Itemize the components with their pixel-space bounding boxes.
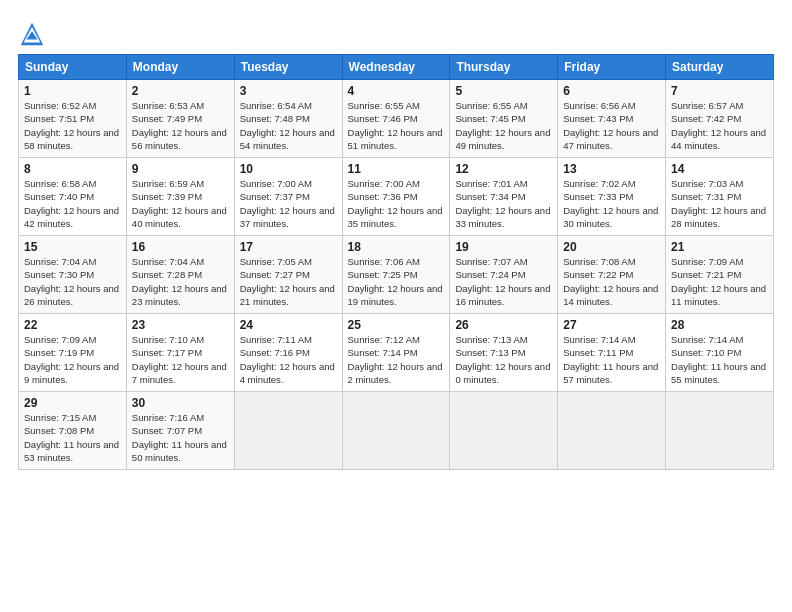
calendar-cell: 15 Sunrise: 7:04 AMSunset: 7:30 PMDaylig…: [19, 236, 127, 314]
calendar-cell: [342, 392, 450, 470]
calendar-cell: 17 Sunrise: 7:05 AMSunset: 7:27 PMDaylig…: [234, 236, 342, 314]
col-tuesday: Tuesday: [234, 55, 342, 80]
page-container: Sunday Monday Tuesday Wednesday Thursday…: [0, 0, 792, 480]
logo-icon: [18, 20, 46, 48]
calendar-cell: 1 Sunrise: 6:52 AMSunset: 7:51 PMDayligh…: [19, 80, 127, 158]
calendar-cell: 9 Sunrise: 6:59 AMSunset: 7:39 PMDayligh…: [126, 158, 234, 236]
day-detail: Sunrise: 7:14 AMSunset: 7:10 PMDaylight:…: [671, 334, 766, 385]
day-detail: Sunrise: 7:13 AMSunset: 7:13 PMDaylight:…: [455, 334, 550, 385]
calendar-cell: 18 Sunrise: 7:06 AMSunset: 7:25 PMDaylig…: [342, 236, 450, 314]
day-number: 7: [671, 84, 768, 98]
day-number: 24: [240, 318, 337, 332]
calendar-cell: 6 Sunrise: 6:56 AMSunset: 7:43 PMDayligh…: [558, 80, 666, 158]
day-number: 19: [455, 240, 552, 254]
day-detail: Sunrise: 7:01 AMSunset: 7:34 PMDaylight:…: [455, 178, 550, 229]
calendar-cell: 10 Sunrise: 7:00 AMSunset: 7:37 PMDaylig…: [234, 158, 342, 236]
day-number: 18: [348, 240, 445, 254]
calendar-cell: 26 Sunrise: 7:13 AMSunset: 7:13 PMDaylig…: [450, 314, 558, 392]
day-detail: Sunrise: 6:59 AMSunset: 7:39 PMDaylight:…: [132, 178, 227, 229]
calendar-cell: 29 Sunrise: 7:15 AMSunset: 7:08 PMDaylig…: [19, 392, 127, 470]
day-number: 26: [455, 318, 552, 332]
calendar-cell: 19 Sunrise: 7:07 AMSunset: 7:24 PMDaylig…: [450, 236, 558, 314]
calendar-body: 1 Sunrise: 6:52 AMSunset: 7:51 PMDayligh…: [19, 80, 774, 470]
day-detail: Sunrise: 7:04 AMSunset: 7:30 PMDaylight:…: [24, 256, 119, 307]
day-number: 14: [671, 162, 768, 176]
day-detail: Sunrise: 7:03 AMSunset: 7:31 PMDaylight:…: [671, 178, 766, 229]
calendar-week-4: 22 Sunrise: 7:09 AMSunset: 7:19 PMDaylig…: [19, 314, 774, 392]
day-detail: Sunrise: 7:10 AMSunset: 7:17 PMDaylight:…: [132, 334, 227, 385]
day-detail: Sunrise: 7:14 AMSunset: 7:11 PMDaylight:…: [563, 334, 658, 385]
day-number: 12: [455, 162, 552, 176]
header: [18, 16, 774, 48]
header-row: Sunday Monday Tuesday Wednesday Thursday…: [19, 55, 774, 80]
day-detail: Sunrise: 7:07 AMSunset: 7:24 PMDaylight:…: [455, 256, 550, 307]
calendar-cell: 3 Sunrise: 6:54 AMSunset: 7:48 PMDayligh…: [234, 80, 342, 158]
day-number: 10: [240, 162, 337, 176]
calendar-cell: 30 Sunrise: 7:16 AMSunset: 7:07 PMDaylig…: [126, 392, 234, 470]
day-number: 16: [132, 240, 229, 254]
calendar-cell: 4 Sunrise: 6:55 AMSunset: 7:46 PMDayligh…: [342, 80, 450, 158]
calendar-cell: [450, 392, 558, 470]
calendar-cell: 25 Sunrise: 7:12 AMSunset: 7:14 PMDaylig…: [342, 314, 450, 392]
day-number: 29: [24, 396, 121, 410]
calendar-cell: 5 Sunrise: 6:55 AMSunset: 7:45 PMDayligh…: [450, 80, 558, 158]
calendar-cell: 21 Sunrise: 7:09 AMSunset: 7:21 PMDaylig…: [666, 236, 774, 314]
day-number: 3: [240, 84, 337, 98]
calendar-cell: 22 Sunrise: 7:09 AMSunset: 7:19 PMDaylig…: [19, 314, 127, 392]
day-number: 28: [671, 318, 768, 332]
day-detail: Sunrise: 7:05 AMSunset: 7:27 PMDaylight:…: [240, 256, 335, 307]
day-number: 27: [563, 318, 660, 332]
day-detail: Sunrise: 7:00 AMSunset: 7:37 PMDaylight:…: [240, 178, 335, 229]
day-detail: Sunrise: 6:57 AMSunset: 7:42 PMDaylight:…: [671, 100, 766, 151]
day-detail: Sunrise: 7:08 AMSunset: 7:22 PMDaylight:…: [563, 256, 658, 307]
calendar-table: Sunday Monday Tuesday Wednesday Thursday…: [18, 54, 774, 470]
day-number: 1: [24, 84, 121, 98]
calendar-cell: 11 Sunrise: 7:00 AMSunset: 7:36 PMDaylig…: [342, 158, 450, 236]
calendar-cell: 13 Sunrise: 7:02 AMSunset: 7:33 PMDaylig…: [558, 158, 666, 236]
day-number: 22: [24, 318, 121, 332]
calendar-week-5: 29 Sunrise: 7:15 AMSunset: 7:08 PMDaylig…: [19, 392, 774, 470]
day-number: 6: [563, 84, 660, 98]
calendar-cell: [558, 392, 666, 470]
calendar-cell: 8 Sunrise: 6:58 AMSunset: 7:40 PMDayligh…: [19, 158, 127, 236]
day-number: 8: [24, 162, 121, 176]
day-detail: Sunrise: 7:00 AMSunset: 7:36 PMDaylight:…: [348, 178, 443, 229]
day-number: 13: [563, 162, 660, 176]
day-detail: Sunrise: 7:09 AMSunset: 7:19 PMDaylight:…: [24, 334, 119, 385]
day-detail: Sunrise: 6:58 AMSunset: 7:40 PMDaylight:…: [24, 178, 119, 229]
calendar-week-1: 1 Sunrise: 6:52 AMSunset: 7:51 PMDayligh…: [19, 80, 774, 158]
col-thursday: Thursday: [450, 55, 558, 80]
day-detail: Sunrise: 6:54 AMSunset: 7:48 PMDaylight:…: [240, 100, 335, 151]
day-number: 23: [132, 318, 229, 332]
day-number: 11: [348, 162, 445, 176]
day-detail: Sunrise: 6:55 AMSunset: 7:45 PMDaylight:…: [455, 100, 550, 151]
col-monday: Monday: [126, 55, 234, 80]
day-detail: Sunrise: 6:56 AMSunset: 7:43 PMDaylight:…: [563, 100, 658, 151]
day-detail: Sunrise: 7:02 AMSunset: 7:33 PMDaylight:…: [563, 178, 658, 229]
day-number: 25: [348, 318, 445, 332]
day-number: 2: [132, 84, 229, 98]
calendar-cell: 16 Sunrise: 7:04 AMSunset: 7:28 PMDaylig…: [126, 236, 234, 314]
calendar-cell: 27 Sunrise: 7:14 AMSunset: 7:11 PMDaylig…: [558, 314, 666, 392]
day-detail: Sunrise: 7:11 AMSunset: 7:16 PMDaylight:…: [240, 334, 335, 385]
calendar-header: Sunday Monday Tuesday Wednesday Thursday…: [19, 55, 774, 80]
day-detail: Sunrise: 7:15 AMSunset: 7:08 PMDaylight:…: [24, 412, 119, 463]
day-detail: Sunrise: 6:53 AMSunset: 7:49 PMDaylight:…: [132, 100, 227, 151]
day-number: 15: [24, 240, 121, 254]
calendar-cell: 24 Sunrise: 7:11 AMSunset: 7:16 PMDaylig…: [234, 314, 342, 392]
day-detail: Sunrise: 6:52 AMSunset: 7:51 PMDaylight:…: [24, 100, 119, 151]
col-wednesday: Wednesday: [342, 55, 450, 80]
calendar-cell: 28 Sunrise: 7:14 AMSunset: 7:10 PMDaylig…: [666, 314, 774, 392]
calendar-cell: 23 Sunrise: 7:10 AMSunset: 7:17 PMDaylig…: [126, 314, 234, 392]
day-number: 21: [671, 240, 768, 254]
col-saturday: Saturday: [666, 55, 774, 80]
col-sunday: Sunday: [19, 55, 127, 80]
day-number: 20: [563, 240, 660, 254]
day-detail: Sunrise: 7:04 AMSunset: 7:28 PMDaylight:…: [132, 256, 227, 307]
calendar-cell: 20 Sunrise: 7:08 AMSunset: 7:22 PMDaylig…: [558, 236, 666, 314]
day-number: 30: [132, 396, 229, 410]
day-detail: Sunrise: 7:16 AMSunset: 7:07 PMDaylight:…: [132, 412, 227, 463]
calendar-cell: 2 Sunrise: 6:53 AMSunset: 7:49 PMDayligh…: [126, 80, 234, 158]
day-number: 9: [132, 162, 229, 176]
calendar-week-2: 8 Sunrise: 6:58 AMSunset: 7:40 PMDayligh…: [19, 158, 774, 236]
